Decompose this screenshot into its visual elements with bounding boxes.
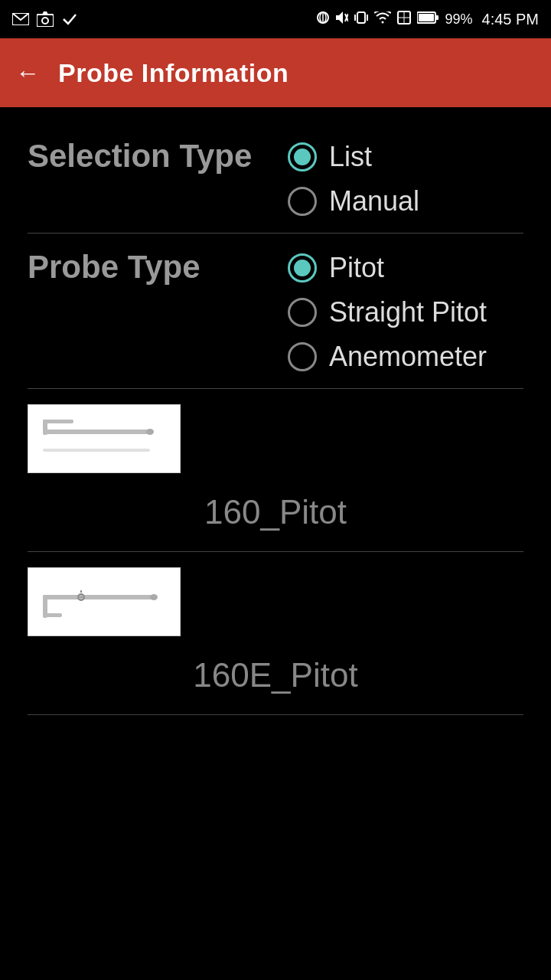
wifi-icon xyxy=(374,11,391,27)
radio-pitot[interactable]: Pitot xyxy=(288,252,487,284)
radio-circle-list xyxy=(288,142,317,172)
svg-rect-18 xyxy=(435,15,439,20)
svg-rect-21 xyxy=(43,420,73,423)
svg-marker-3 xyxy=(42,11,48,15)
check-icon xyxy=(61,11,78,28)
svg-point-23 xyxy=(146,429,154,435)
radio-circle-anemometer xyxy=(288,342,317,371)
photo-icon xyxy=(37,11,54,28)
radio-label-list: List xyxy=(329,141,372,173)
radio-label-pitot: Pitot xyxy=(329,252,384,284)
battery-percent: 99% xyxy=(445,11,472,28)
selection-type-radio-group: List Manual xyxy=(288,138,419,217)
probe-name-0: 160_Pitot xyxy=(28,487,523,544)
radio-label-anemometer: Anemometer xyxy=(329,341,487,373)
status-bar: 99% 4:45 PM xyxy=(0,0,551,38)
mute-icon xyxy=(336,11,348,28)
probe-item-0[interactable]: 160_Pitot xyxy=(28,389,523,552)
app-bar: ← Probe Information xyxy=(0,38,551,107)
radio-circle-pitot xyxy=(288,253,317,283)
radio-manual[interactable]: Manual xyxy=(288,185,419,217)
svg-rect-10 xyxy=(357,12,365,23)
app-bar-title: Probe Information xyxy=(58,58,289,88)
status-bar-left xyxy=(12,11,78,28)
status-bar-right: 99% 4:45 PM xyxy=(316,11,539,28)
probe-type-section: Probe Type Pitot Straight Pitot Anemomet… xyxy=(28,234,523,389)
selection-type-label: Selection Type xyxy=(28,138,288,175)
svg-rect-17 xyxy=(419,14,434,21)
signal-icon xyxy=(316,11,330,28)
selection-type-section: Selection Type List Manual xyxy=(28,130,523,234)
svg-point-2 xyxy=(42,18,48,24)
svg-rect-1 xyxy=(37,15,54,27)
radio-circle-straight-pitot xyxy=(288,298,317,327)
radio-circle-manual xyxy=(288,187,317,216)
svg-point-27 xyxy=(150,594,158,600)
probe-type-label: Probe Type xyxy=(28,249,288,286)
probe-type-radio-group: Pitot Straight Pitot Anemometer xyxy=(288,249,487,373)
radio-list[interactable]: List xyxy=(288,141,419,173)
radio-anemometer[interactable]: Anemometer xyxy=(288,341,487,373)
network-icon xyxy=(397,11,411,28)
svg-rect-22 xyxy=(43,449,150,452)
radio-straight-pitot[interactable]: Straight Pitot xyxy=(288,296,487,328)
battery-icon xyxy=(417,11,439,27)
vibrate-icon xyxy=(354,11,368,28)
radio-label-manual: Manual xyxy=(329,185,419,217)
mail-icon xyxy=(12,11,29,28)
svg-rect-24 xyxy=(43,595,154,599)
time: 4:45 PM xyxy=(482,11,539,28)
probe-image-0 xyxy=(28,404,181,473)
content: Selection Type List Manual Probe Type Pi… xyxy=(0,107,551,715)
back-button[interactable]: ← xyxy=(15,59,40,87)
radio-label-straight-pitot: Straight Pitot xyxy=(329,296,487,328)
probe-name-1: 160E_Pitot xyxy=(28,650,523,707)
probe-item-1[interactable]: 160E_Pitot xyxy=(28,552,523,715)
probe-image-1 xyxy=(28,567,181,636)
svg-rect-26 xyxy=(43,613,62,617)
svg-marker-7 xyxy=(336,11,343,24)
svg-rect-19 xyxy=(43,430,150,434)
